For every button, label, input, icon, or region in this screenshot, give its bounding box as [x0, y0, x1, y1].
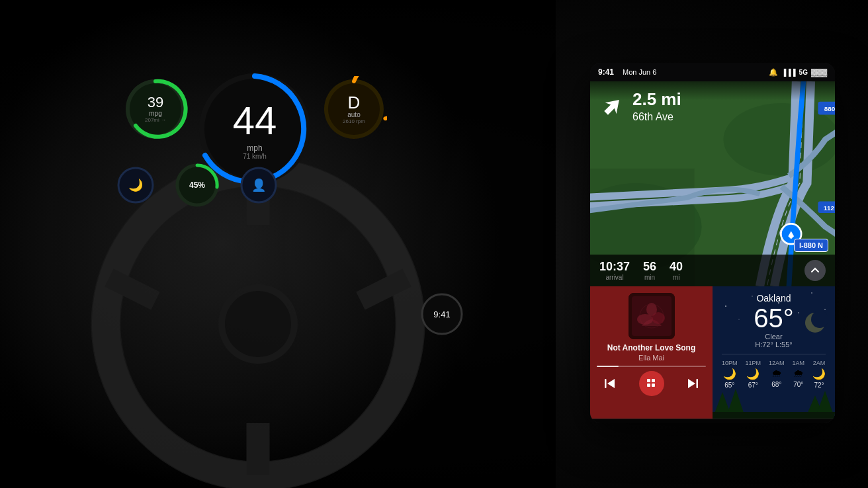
freeway-badge: I-880 N [794, 239, 828, 252]
forecast-11pm: 11PM 🌙 67° [746, 360, 761, 389]
svg-rect-36 [647, 384, 650, 387]
status-bar: 9:41 Mon Jun 6 🔔 ▐▐▐ 5G ▓▓▓ [590, 63, 835, 81]
fuel-gauge: 45% [174, 162, 220, 208]
nav-street: 66th Ave [632, 111, 681, 123]
music-panel[interactable]: Not Another Love Song Ella Mai [590, 286, 713, 419]
gear-unit: auto [343, 111, 365, 118]
svg-rect-35 [652, 379, 655, 382]
battery-icon: ▓▓▓ [811, 68, 827, 76]
status-time: 9:41 [598, 67, 614, 77]
svg-text:🌙: 🌙 [128, 178, 144, 192]
svg-point-8 [225, 291, 291, 357]
svg-rect-33 [605, 379, 607, 388]
next-button[interactable] [682, 373, 703, 394]
mpg-sub: 207mi → [145, 117, 166, 123]
song-artist: Ella Mai [597, 354, 706, 362]
time-gauge: 9:41 [419, 291, 465, 337]
bottom-panels: Not Another Love Song Ella Mai [590, 286, 835, 419]
eta-bar: 10:37 arrival 56 min 40 mi [590, 255, 835, 286]
eta-minutes: 56 min [643, 260, 656, 281]
eta-miles-label: mi [670, 274, 683, 281]
eta-miles-value: 40 [670, 260, 683, 274]
svg-point-31 [637, 314, 653, 325]
speed-unit: mph [233, 143, 277, 153]
clock-value: 9:41 [433, 309, 450, 319]
forecast-1am: 1AM 🌧 70° [793, 360, 805, 389]
weather-temp: 65° [722, 304, 826, 333]
night-mode-gauge: 🌙 [116, 165, 155, 205]
nav-distance: 2.5 mi [632, 89, 681, 110]
progress-bar [597, 366, 706, 367]
weather-forecast: 10PM 🌙 65° 11PM 🌙 67° 12AM 🌧 68° [722, 354, 826, 389]
speed-value: 44 [233, 98, 277, 143]
speed-sub: 71 km/h [233, 153, 277, 160]
status-date: Mon Jun 6 [623, 68, 656, 76]
forecast-10pm: 10PM 🌙 65° [722, 360, 738, 389]
song-title: Not Another Love Song [597, 343, 706, 352]
status-right: 🔔 ▐▐▐ 5G ▓▓▓ [769, 68, 827, 77]
gear-value: D [343, 94, 365, 111]
signal-bars: ▐▐▐ [781, 69, 795, 76]
svg-rect-34 [647, 379, 650, 382]
nav-overlay: 2.5 mi 66th Ave [590, 81, 835, 128]
bell-icon: 🔔 [769, 68, 778, 77]
prev-button[interactable] [599, 373, 621, 394]
svg-rect-37 [652, 384, 655, 387]
svg-point-32 [652, 312, 665, 324]
mpg-value: 39 [145, 95, 166, 110]
eta-expand-button[interactable] [804, 260, 826, 281]
fuel-percent: 45% [189, 181, 205, 190]
gear-sub: 2610 rpm [343, 118, 365, 124]
map-section[interactable]: 880 112 2.5 mi 66th Ave 10: [590, 81, 835, 286]
weather-condition: Clear [722, 333, 826, 341]
nav-direction: 2.5 mi 66th Ave [599, 89, 826, 123]
forecast-12am: 12AM 🌧 68° [769, 360, 785, 389]
svg-rect-54 [713, 412, 835, 419]
eta-arrival: 10:37 arrival [599, 260, 630, 281]
5g-badge: 5G [799, 69, 808, 76]
music-controls [597, 371, 706, 396]
dock [590, 419, 835, 423]
gear-gauge: D auto 2610 rpm [321, 76, 387, 142]
forecast-2am: 2AM 🌙 72° [812, 360, 826, 389]
nav-arrow-icon [599, 93, 626, 120]
eta-min-value: 56 [643, 260, 656, 274]
mpg-gauge: 39 mpg 207mi → [122, 76, 189, 142]
eta-min-label: min [643, 274, 656, 281]
album-art [629, 293, 675, 339]
carplay-panel: 9:41 Mon Jun 6 🔔 ▐▐▐ 5G ▓▓▓ [590, 63, 835, 423]
svg-text:112: 112 [824, 204, 835, 212]
mpg-unit: mpg [145, 110, 166, 117]
svg-text:👤: 👤 [251, 178, 267, 192]
small-gauge-row: 🌙 45% 9:41 👤 [116, 162, 279, 208]
eta-arrival-label: arrival [599, 274, 630, 281]
driver-gauge: 👤 [239, 165, 279, 205]
eta-miles: 40 mi [670, 260, 683, 281]
grid-button[interactable] [639, 371, 664, 396]
svg-rect-38 [697, 379, 699, 388]
weather-panel: Oakland 65° Clear H:72° L:55° 10PM 🌙 65°… [713, 286, 835, 419]
eta-time-value: 10:37 [599, 260, 630, 274]
weather-hilo: H:72° L:55° [722, 341, 826, 348]
progress-fill [597, 366, 619, 367]
weather-city: Oakland [722, 293, 826, 304]
